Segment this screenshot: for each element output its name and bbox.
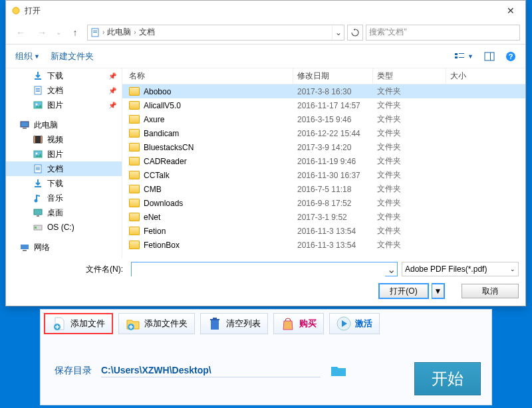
app-toolbar: 添加文件 添加文件夹 清空列表 购买 激活: [44, 313, 488, 334]
folder-icon: [129, 101, 140, 110]
file-type: 文件夹: [373, 211, 446, 223]
file-date: 2017-3-9 14:20: [293, 143, 373, 152]
folder-icon: [129, 157, 140, 165]
sidebar-label: 此电脑: [34, 120, 58, 131]
filetype-filter[interactable]: Adobe PDF Files(*.pdf)⌄: [402, 262, 519, 276]
help-button[interactable]: ?: [501, 49, 520, 64]
breadcrumb-bar[interactable]: › 此电脑 › 文档 ⌄: [87, 25, 344, 41]
svg-rect-6: [459, 53, 464, 54]
recent-dropdown[interactable]: ⌄: [54, 23, 63, 42]
up-button[interactable]: ↑: [66, 23, 84, 42]
add-folder-button[interactable]: 添加文件夹: [118, 313, 195, 334]
sidebar-item[interactable]: 下载📌: [6, 68, 122, 83]
file-row[interactable]: eNet2017-3-1 9:52文件夹: [122, 210, 525, 224]
activate-button[interactable]: 激活: [329, 313, 380, 334]
sidebar-item[interactable]: 文档📌: [6, 83, 122, 98]
svg-rect-2: [93, 31, 97, 31]
sidebar-tree[interactable]: 下载📌文档📌图片📌此电脑视频图片文档下载音乐桌面OS (C:)网络: [6, 68, 122, 258]
music-icon: [33, 193, 43, 203]
file-date: 2016-11-30 16:37: [293, 171, 373, 180]
browse-folder-icon[interactable]: [330, 364, 347, 377]
svg-rect-27: [36, 167, 40, 167]
file-row[interactable]: Bandicam2016-12-22 15:44文件夹: [122, 126, 525, 140]
col-name[interactable]: 名称: [122, 68, 293, 84]
sidebar-item[interactable]: 文档: [6, 161, 122, 176]
file-date: 2017-3-8 16:30: [293, 87, 373, 96]
svg-rect-20: [23, 128, 27, 129]
start-button[interactable]: 开始: [414, 362, 481, 395]
open-split-button[interactable]: ▼: [432, 284, 444, 298]
file-row[interactable]: CMB2016-7-5 11:18文件夹: [122, 182, 525, 196]
breadcrumb-folder[interactable]: 文档: [139, 27, 155, 38]
search-placeholder: 搜索"文档": [369, 27, 407, 38]
sidebar-item[interactable]: 此电脑: [6, 118, 122, 132]
cancel-button[interactable]: 取消: [462, 284, 519, 298]
svg-rect-36: [21, 245, 29, 249]
sidebar-item[interactable]: 音乐: [6, 191, 122, 205]
filename-input[interactable]: [132, 262, 385, 277]
open-button[interactable]: 打开(O): [379, 284, 428, 298]
col-size[interactable]: 大小: [446, 68, 499, 84]
forward-button[interactable]: →: [33, 23, 51, 42]
filename-dropdown[interactable]: ⌄: [385, 262, 397, 276]
sidebar-item[interactable]: 图片: [6, 147, 122, 161]
pc-icon: [19, 120, 30, 130]
sidebar-label: 图片: [47, 100, 63, 111]
svg-rect-40: [210, 319, 219, 320]
download-icon: [33, 70, 43, 81]
search-input[interactable]: 搜索"文档": [366, 25, 520, 41]
sidebar-item[interactable]: 图片📌: [6, 98, 122, 112]
file-name: CCTalk: [144, 171, 170, 180]
sidebar-item[interactable]: 下载: [6, 176, 122, 191]
download-icon: [33, 178, 43, 189]
clear-list-button[interactable]: 清空列表: [200, 313, 268, 334]
file-row[interactable]: CCTalk2016-11-30 16:37文件夹: [122, 168, 525, 182]
file-row[interactable]: Aboboo2017-3-8 16:30文件夹: [122, 84, 525, 98]
breadcrumb-root[interactable]: 此电脑: [107, 27, 131, 38]
save-dir-path[interactable]: C:\Users\XZWH\Desktop\: [101, 363, 321, 377]
file-row[interactable]: Axure2016-3-15 9:46文件夹: [122, 112, 525, 126]
close-button[interactable]: ✕: [496, 1, 525, 21]
file-name: Downloads: [144, 199, 183, 208]
file-row[interactable]: BluestacksCN2017-3-9 14:20文件夹: [122, 140, 525, 154]
sidebar-item[interactable]: 视频: [6, 132, 122, 147]
file-row[interactable]: FetionBox2016-11-3 13:54文件夹: [122, 238, 525, 252]
path-dropdown[interactable]: ⌄: [332, 25, 344, 40]
file-name: eNet: [144, 213, 160, 222]
view-menu[interactable]: ▼: [450, 49, 477, 64]
file-type: 文件夹: [373, 128, 446, 139]
file-type: 文件夹: [373, 239, 446, 251]
file-date: 2016-7-5 11:18: [293, 185, 373, 194]
svg-rect-22: [34, 136, 35, 143]
sidebar-item[interactable]: 桌面: [6, 205, 122, 220]
svg-rect-16: [36, 91, 40, 92]
file-row[interactable]: Fetion2016-11-3 13:54文件夹: [122, 224, 525, 238]
refresh-button[interactable]: [347, 25, 363, 41]
filename-input-wrap: ⌄: [131, 262, 398, 276]
file-date: 2016-12-22 15:44: [293, 129, 373, 138]
folder-add-icon: [126, 316, 140, 331]
back-button[interactable]: ←: [11, 23, 30, 42]
organize-menu[interactable]: 组织 ▼: [11, 48, 44, 65]
sidebar-label: 图片: [47, 149, 63, 160]
col-type[interactable]: 类型: [373, 68, 446, 84]
sidebar-item[interactable]: 网络: [6, 240, 122, 255]
col-date[interactable]: 修改日期: [293, 68, 373, 84]
file-row[interactable]: CADReader2016-11-19 9:46文件夹: [122, 154, 525, 168]
sidebar-label: 下载: [47, 70, 63, 82]
svg-point-0: [13, 7, 19, 14]
preview-pane-button[interactable]: [480, 49, 499, 64]
titlebar: 打开 ✕: [6, 1, 525, 21]
dialog-title: 打开: [25, 5, 496, 17]
pic-icon: [33, 149, 43, 159]
doc-icon: [33, 85, 43, 96]
folder-icon: [129, 143, 140, 152]
toolbar: 组织 ▼ 新建文件夹 ▼ ?: [6, 45, 525, 68]
sidebar-item[interactable]: OS (C:): [6, 220, 122, 235]
new-folder-button[interactable]: 新建文件夹: [47, 48, 98, 65]
file-row[interactable]: AlicallV5.02016-11-17 14:57文件夹: [122, 98, 525, 112]
add-file-button[interactable]: 添加文件: [44, 313, 113, 334]
buy-button[interactable]: 购买: [273, 313, 324, 334]
file-row[interactable]: Downloads2016-9-8 17:52文件夹: [122, 196, 525, 210]
file-date: 2016-11-3 13:54: [293, 241, 373, 250]
